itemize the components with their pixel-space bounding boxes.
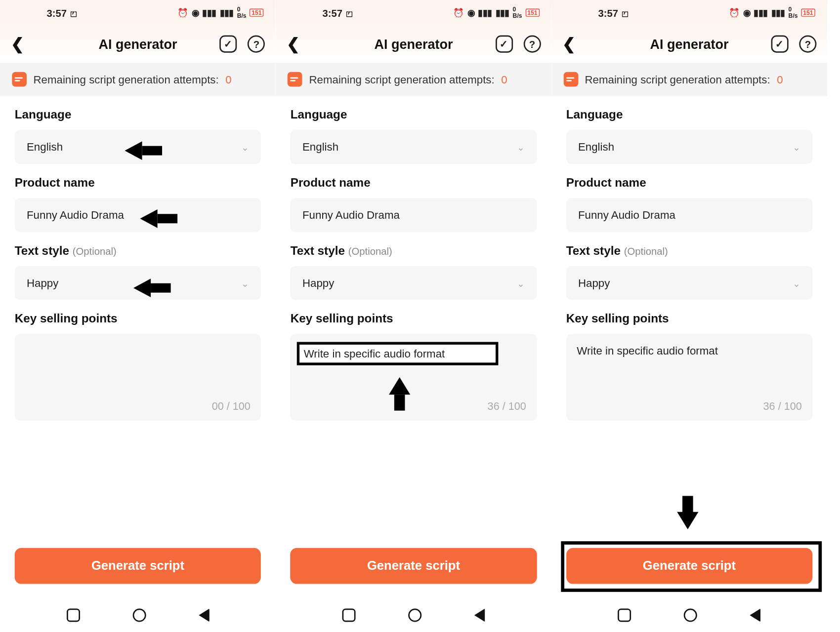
char-counter: 36 / 100 [763, 400, 802, 412]
ksp-label: Key selling points [15, 312, 261, 326]
net-speed: 0B/s [513, 6, 522, 19]
style-label: Text style (Optional) [566, 244, 813, 258]
attempts-count: 0 [225, 73, 231, 86]
chevron-down-icon: ⌄ [793, 142, 800, 153]
product-label: Product name [291, 176, 537, 190]
style-select[interactable]: Happy ⌄ [291, 266, 537, 300]
ticket-icon[interactable]: ✓ [496, 36, 513, 53]
system-nav [276, 600, 551, 631]
nav-back-button[interactable] [750, 609, 761, 622]
chevron-down-icon: ⌄ [517, 142, 525, 153]
style-select[interactable]: Happy ⌄ [566, 266, 813, 300]
ksp-textarea[interactable]: Write in specific audio format 36 / 100 [291, 334, 537, 421]
signal-icon: ▮▮▮ [754, 8, 767, 18]
status-icons: ⏰ ◉ ▮▮▮ ▮▮▮ 0B/s 151 [177, 6, 263, 19]
product-value: Funny Audio Drama [27, 209, 124, 222]
status-time: 3:57 [47, 7, 67, 18]
alarm-icon: ⏰ [729, 8, 740, 18]
attempts-banner: Remaining script generation attempts: 0 [276, 63, 551, 96]
annotation-arrow-ksp [389, 377, 410, 395]
ksp-textarea[interactable]: Write in specific audio format 36 / 100 [566, 334, 813, 421]
home-button[interactable] [408, 609, 421, 622]
style-value: Happy [27, 276, 58, 289]
banner-text: Remaining script generation attempts: [34, 73, 219, 86]
ticket-icon[interactable]: ✓ [771, 36, 789, 53]
recent-apps-button[interactable] [618, 609, 631, 622]
chevron-down-icon: ⌄ [241, 277, 249, 288]
attempts-banner: Remaining script generation attempts: 0 [551, 63, 827, 96]
style-value: Happy [302, 276, 334, 289]
back-button[interactable]: ❮ [11, 35, 24, 53]
product-input[interactable]: Funny Audio Drama [15, 198, 261, 232]
back-button[interactable]: ❮ [562, 35, 576, 53]
status-time: 3:57 [598, 7, 618, 18]
style-label: Text style (Optional) [15, 244, 261, 258]
generate-button[interactable]: Generate script [291, 548, 537, 584]
app-header: ❮ AI generator ✓ ? [0, 25, 276, 63]
net-speed: 0B/s [789, 6, 798, 19]
recent-apps-button[interactable] [66, 609, 80, 622]
ksp-highlight: Write in specific audio format [297, 342, 498, 365]
alarm-icon: ⏰ [177, 8, 188, 18]
ksp-textarea[interactable]: 00 / 100 [15, 334, 261, 421]
banner-text: Remaining script generation attempts: [309, 73, 494, 86]
banner-text: Remaining script generation attempts: [585, 73, 770, 86]
battery-icon: 151 [525, 9, 539, 17]
product-input[interactable]: Funny Audio Drama [566, 198, 813, 232]
product-value: Funny Audio Drama [302, 209, 400, 222]
back-button[interactable]: ❮ [287, 35, 300, 53]
recent-apps-button[interactable] [342, 609, 355, 622]
status-icons: ⏰ ◉ ▮▮▮ ▮▮▮ 0B/s 151 [453, 6, 539, 19]
generate-button[interactable]: Generate script [15, 548, 261, 584]
generate-button[interactable]: Generate script [566, 548, 813, 584]
app-header: ❮ AI generator ✓ ? [551, 25, 827, 63]
product-value: Funny Audio Drama [578, 209, 675, 222]
nav-back-button[interactable] [199, 609, 210, 622]
language-select[interactable]: English ⌄ [566, 130, 813, 164]
page-title: AI generator [650, 37, 728, 52]
signal2-icon: ▮▮▮ [496, 8, 509, 18]
attempts-count: 0 [777, 73, 783, 86]
home-button[interactable] [132, 609, 146, 622]
language-value: English [578, 141, 614, 154]
char-counter: 00 / 100 [212, 400, 251, 412]
product-label: Product name [566, 176, 813, 190]
signal-icon: ▮▮▮ [478, 8, 492, 18]
style-label: Text style (Optional) [291, 244, 537, 258]
style-value: Happy [578, 276, 610, 289]
script-icon [12, 72, 27, 87]
annotation-arrow-product [140, 209, 158, 228]
signal-icon: ▮▮▮ [202, 8, 216, 18]
ksp-label: Key selling points [291, 312, 537, 326]
form: Language English ⌄ Product name Funny Au… [276, 96, 551, 420]
status-sync-icon: ⏍ [71, 7, 77, 18]
ksp-content: Write in specific audio format [577, 345, 801, 392]
language-label: Language [15, 108, 261, 122]
help-icon[interactable]: ? [799, 36, 816, 53]
signal2-icon: ▮▮▮ [771, 8, 785, 18]
screen-2: 3:57⏍ ⏰ ◉ ▮▮▮ ▮▮▮ 0B/s 151 ❮ AI generato… [276, 0, 551, 631]
page-title: AI generator [98, 37, 177, 52]
status-sync-icon: ⏍ [622, 7, 628, 18]
language-value: English [27, 141, 63, 154]
language-label: Language [291, 108, 537, 122]
help-icon[interactable]: ? [523, 36, 541, 53]
help-icon[interactable]: ? [248, 36, 265, 53]
status-bar: 3:57⏍ ⏰ ◉ ▮▮▮ ▮▮▮ 0B/s 151 [0, 0, 276, 25]
wifi-icon: ◉ [743, 8, 751, 18]
signal2-icon: ▮▮▮ [220, 8, 234, 18]
ticket-icon[interactable]: ✓ [220, 36, 237, 53]
chevron-down-icon: ⌄ [241, 142, 249, 153]
product-input[interactable]: Funny Audio Drama [291, 198, 537, 232]
page-title: AI generator [374, 37, 453, 52]
nav-back-button[interactable] [474, 609, 485, 622]
language-select[interactable]: English ⌄ [291, 130, 537, 164]
annotation-arrow-style [133, 278, 151, 297]
attempts-banner: Remaining script generation attempts: 0 [0, 63, 276, 96]
screen-3: 3:57⏍ ⏰ ◉ ▮▮▮ ▮▮▮ 0B/s 151 ❮ AI generato… [551, 0, 827, 631]
ksp-label: Key selling points [566, 312, 813, 326]
char-counter: 36 / 100 [488, 400, 526, 412]
status-bar: 3:57⏍ ⏰ ◉ ▮▮▮ ▮▮▮ 0B/s 151 [551, 0, 827, 25]
home-button[interactable] [684, 609, 697, 622]
script-icon [563, 72, 578, 87]
